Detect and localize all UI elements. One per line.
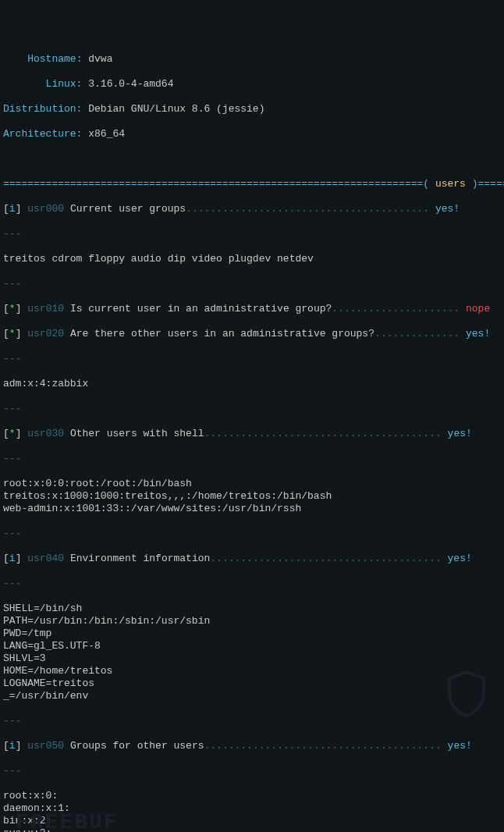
usr050-body: root:x:0: daemon:x:1: bin:x:2: sys:x:3: … xyxy=(3,790,501,832)
sysinfo-distribution: Distribution: Debian GNU/Linux 8.6 (jess… xyxy=(3,103,501,116)
usr000-body: treitos cdrom floppy audio dip video plu… xyxy=(3,253,501,265)
sysinfo-linux: Linux: 3.16.0-4-amd64 xyxy=(3,78,501,91)
dashes: --- xyxy=(3,403,501,415)
dashes: --- xyxy=(3,578,501,590)
section-header: ========================================… xyxy=(3,178,501,190)
sysinfo-architecture: Architecture: x86_64 xyxy=(3,128,501,140)
sysinfo-hostname: Hostname: dvwa xyxy=(3,53,501,66)
check-usr040: [i] usr040 Environment information......… xyxy=(3,553,501,565)
dashes: --- xyxy=(3,528,501,540)
check-usr000: [i] usr000 Current user groups..........… xyxy=(3,203,501,215)
usr040-body: SHELL=/bin/sh PATH=/usr/bin:/bin:/sbin:/… xyxy=(3,603,501,702)
check-usr050: [i] usr050 Groups for other users.......… xyxy=(3,740,501,752)
check-usr010: [*] usr010 Is current user in an adminis… xyxy=(3,303,501,315)
usr030-body: root:x:0:0:root:/root:/bin/bash treitos:… xyxy=(3,478,501,515)
dashes: --- xyxy=(3,353,501,365)
dashes: --- xyxy=(3,715,501,727)
dashes: --- xyxy=(3,278,501,290)
dashes: --- xyxy=(3,765,501,777)
check-usr030: [*] usr030 Other users with shell.......… xyxy=(3,428,501,440)
check-usr020: [*] usr020 Are there other users in an a… xyxy=(3,328,501,340)
usr020-body: adm:x:4:zabbix xyxy=(3,378,501,390)
dashes: --- xyxy=(3,453,501,465)
dashes: --- xyxy=(3,228,501,240)
